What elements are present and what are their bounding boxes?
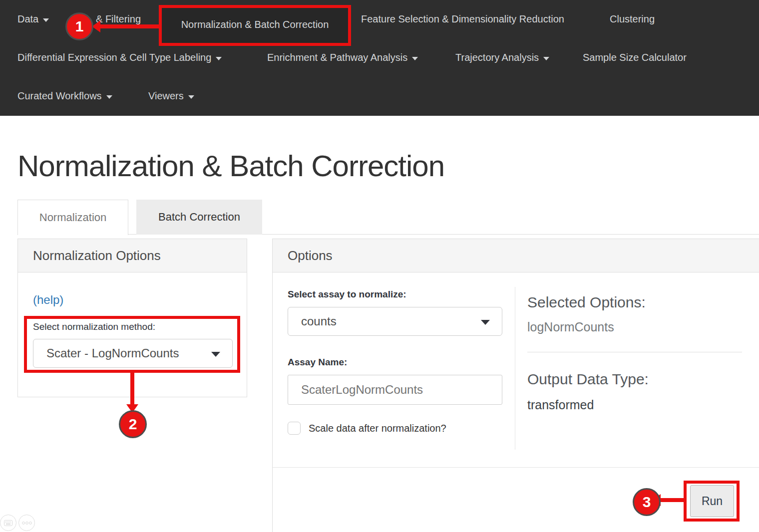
scale-data-checkbox-label[interactable]: Scale data after normalization? — [309, 423, 446, 434]
annotation-box-step1 — [159, 5, 351, 46]
options-vertical-divider — [515, 287, 515, 450]
nav-item-filtering[interactable]: & Filtering — [96, 0, 141, 38]
select-value: counts — [301, 314, 337, 328]
chevron-down-icon — [106, 95, 112, 99]
nav-item-label: & Filtering — [96, 13, 141, 25]
tab-label: Normalization — [39, 211, 107, 224]
help-link[interactable]: (help) — [33, 293, 63, 307]
nav-item-label: Sample Size Calculator — [583, 52, 687, 63]
selected-options-divider — [527, 352, 742, 352]
tab-batch-correction[interactable]: Batch Correction — [136, 200, 262, 235]
assay-name-input[interactable] — [288, 375, 502, 405]
annotation-box-step3 — [684, 481, 740, 522]
assay-select-label: Select assay to normalize: — [288, 289, 406, 300]
nav-item-feature-selection[interactable]: Feature Selection & Dimensionality Reduc… — [361, 0, 564, 38]
selected-options-label: Selected Options: — [527, 294, 646, 311]
nav-item-label: Clustering — [610, 13, 655, 25]
tab-label: Batch Correction — [158, 211, 240, 224]
nav-item-data[interactable]: Data — [17, 0, 49, 38]
output-data-type-label: Output Data Type: — [527, 371, 649, 388]
chevron-down-icon — [43, 18, 49, 22]
chevron-down-icon — [216, 57, 222, 60]
chevron-down-icon — [543, 57, 549, 60]
assay-name-label: Assay Name: — [288, 357, 347, 368]
nav-item-trajectory-analysis[interactable]: Trajectory Analysis — [455, 38, 549, 77]
nav-item-curated-workflows[interactable]: Curated Workflows — [17, 77, 112, 115]
annotation-step-3-badge: 3 — [633, 488, 661, 516]
nav-item-sample-size-calculator[interactable]: Sample Size Calculator — [583, 38, 687, 77]
nav-item-clustering[interactable]: Clustering — [610, 0, 655, 38]
panel-footer-divider — [273, 467, 759, 468]
annotation-arrow-step3 — [660, 498, 684, 502]
panel-heading: Options — [273, 239, 759, 272]
annotation-step-2-badge: 2 — [119, 410, 147, 438]
nav-item-viewers[interactable]: Viewers — [148, 77, 194, 115]
scale-data-checkbox[interactable] — [288, 422, 301, 435]
panel-heading-label: Options — [288, 248, 333, 264]
chevron-down-icon — [188, 95, 194, 99]
keyboard-shortcuts-button[interactable] — [0, 515, 16, 531]
nav-item-label: Curated Workflows — [17, 90, 102, 102]
tabbar-divider — [17, 234, 759, 235]
keyboard-icon — [4, 520, 12, 526]
nav-item-label: Data — [17, 13, 38, 25]
panel-heading: Normalization Options — [18, 239, 247, 272]
panel-heading-label: Normalization Options — [33, 248, 161, 264]
chevron-down-icon — [481, 320, 490, 325]
assay-select[interactable]: counts — [288, 307, 502, 336]
nav-item-label: Feature Selection & Dimensionality Reduc… — [361, 13, 564, 25]
annotation-arrow-step1 — [100, 24, 159, 28]
page-title: Normalization & Batch Correction — [17, 149, 444, 183]
app-root: Data & Filtering Normalization & Batch C… — [0, 0, 759, 532]
selected-options-value: logNormCounts — [527, 320, 614, 334]
annotation-step-1-badge: 1 — [65, 12, 93, 40]
nav-item-label: Differential Expression & Cell Type Labe… — [17, 52, 211, 63]
ellipsis-icon — [22, 521, 32, 525]
nav-item-label: Viewers — [148, 90, 184, 102]
nav-item-label: Trajectory Analysis — [455, 52, 539, 63]
annotation-arrow-step2 — [130, 373, 134, 406]
chevron-down-icon — [412, 57, 418, 60]
annotation-box-step2 — [24, 316, 240, 373]
nav-item-label: Enrichment & Pathway Analysis — [267, 52, 407, 63]
more-options-button[interactable] — [18, 515, 35, 531]
top-navbar: Data & Filtering Normalization & Batch C… — [0, 0, 759, 116]
tab-normalization[interactable]: Normalization — [17, 200, 128, 235]
output-data-type-value: transformed — [527, 398, 594, 412]
